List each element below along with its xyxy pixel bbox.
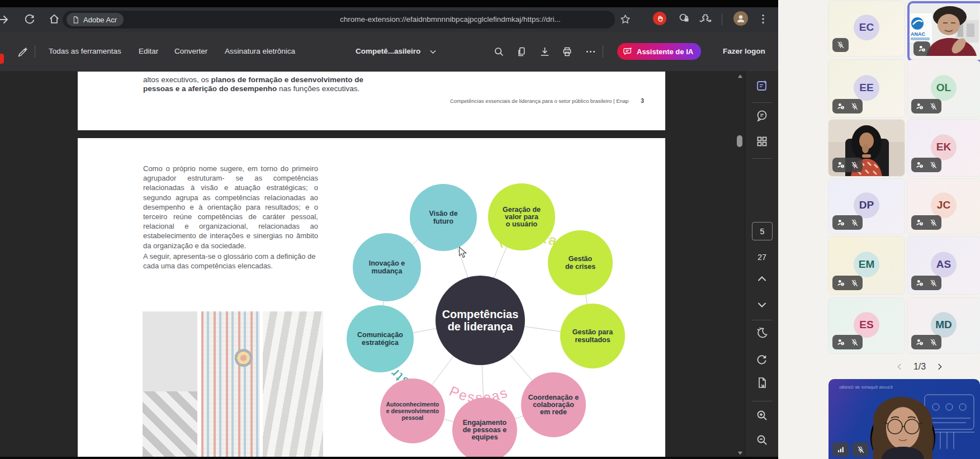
page-grid-icon[interactable] [755, 135, 769, 148]
page1-paragraph: altos executivos, os planos de formação … [143, 75, 456, 93]
window-bottom-strip [0, 457, 778, 459]
acrobat-logo[interactable] [0, 54, 4, 64]
person-alert-icon [836, 160, 845, 169]
avatar: EM [854, 252, 879, 277]
signal-bars-icon [836, 445, 845, 454]
forward-icon[interactable] [0, 13, 10, 26]
zoom-in-icon[interactable] [755, 409, 769, 422]
scroll-down-arrow[interactable] [736, 449, 744, 457]
status-badge [832, 215, 863, 230]
mic-off-icon [850, 219, 859, 227]
browser-menu-icon[interactable] [757, 13, 769, 25]
toolbar-divider [35, 45, 35, 58]
participant-tile[interactable]: AS [907, 236, 980, 294]
scroll-up-arrow[interactable] [736, 73, 744, 81]
profile-avatar[interactable] [733, 11, 748, 26]
bookmark-star-icon[interactable] [619, 13, 631, 25]
mic-off-icon [850, 161, 859, 169]
extensions-puzzle-icon[interactable] [699, 12, 712, 25]
participant-tile[interactable]: EK [907, 120, 980, 176]
toolbar-divider [603, 45, 603, 58]
reload-icon[interactable] [23, 13, 36, 25]
pdf-page-current: Como o próprio nome sugere, em torno do … [78, 138, 665, 457]
next-page-icon[interactable] [755, 298, 769, 311]
page-next-icon[interactable] [935, 362, 945, 372]
svg-text:Competênciasde liderança: Competênciasde liderança [442, 308, 519, 333]
current-page-input[interactable]: 5 [752, 222, 773, 240]
mic-off-icon [850, 102, 859, 111]
menu-convert[interactable]: Converter [174, 32, 207, 71]
url-text: chrome-extension://efaidnbmnnnibpcajpcgl… [340, 11, 561, 29]
status-badge [911, 158, 941, 172]
mic-off-icon [929, 102, 938, 111]
status-badge [832, 158, 863, 172]
print-icon[interactable] [561, 46, 573, 58]
presenter-video-tile[interactable]: Escola Superior de Gestão [828, 379, 980, 459]
scrollbar-thumb[interactable] [737, 135, 742, 147]
privacy-extension-icon[interactable] [678, 12, 691, 25]
pdf-viewer[interactable]: altos executivos, os planos de formação … [0, 71, 745, 457]
avatar: MD [931, 312, 957, 338]
participant-tile[interactable]: ES [828, 298, 905, 353]
avatar: OL [931, 75, 957, 101]
menu-edit[interactable]: Editar [139, 32, 158, 71]
mic-off-icon [929, 338, 938, 347]
more-options-icon[interactable] [585, 46, 596, 58]
ai-assistant-button[interactable]: Assistente de IA [617, 43, 701, 60]
status-badge [911, 276, 941, 290]
home-icon[interactable] [48, 13, 60, 25]
page-prev-icon[interactable] [894, 362, 905, 372]
svg-text:Visão defuturo: Visão defuturo [429, 210, 457, 225]
zoom-out-icon[interactable] [755, 433, 769, 447]
rotate-refresh-icon[interactable] [755, 353, 768, 366]
menu-all-tools[interactable]: Todas as ferramentas [49, 32, 121, 71]
previous-page-icon[interactable] [755, 272, 769, 286]
participant-tile[interactable]: EE [828, 60, 905, 117]
download-icon[interactable] [539, 46, 551, 58]
page-thumbnails-icon[interactable] [515, 46, 527, 58]
diagram-circles: Visão defuturo Geração devalor parao usu… [347, 183, 625, 457]
document-title[interactable]: Competê...asileiro [356, 32, 420, 71]
theme-icon[interactable] [755, 326, 769, 339]
total-pages-label: 27 [745, 253, 779, 262]
login-button[interactable]: Fazer logon [723, 32, 765, 71]
body-paragraph: Como o próprio nome sugere, em torno do … [143, 164, 318, 250]
ai-assistant-panel-icon[interactable] [755, 79, 769, 92]
toolbar-divider [722, 14, 722, 25]
pdf-page-previous: altos executivos, os planos de formação … [78, 72, 665, 130]
address-bar[interactable]: Adobe Acr chrome-extension://efaidnbmnnn… [63, 11, 615, 29]
svg-text:Comunicaçãoestratégica: Comunicaçãoestratégica [357, 331, 403, 347]
rail-divider [752, 401, 772, 401]
person-alert-icon [915, 102, 924, 111]
comments-icon[interactable] [755, 109, 769, 122]
adblock-extension-icon[interactable] [653, 12, 666, 25]
participant-tile[interactable]: EC [828, 1, 905, 56]
participant-tile[interactable]: OL [907, 60, 980, 117]
mic-off-icon [836, 41, 845, 49]
export-page-icon[interactable] [755, 376, 769, 390]
menu-esign[interactable]: Assinatura eletrônica [225, 32, 295, 71]
tools-icon[interactable] [17, 46, 29, 58]
mic-off-icon [850, 338, 859, 347]
page-indicator: 1/3 [913, 362, 926, 372]
person-alert-icon [917, 44, 926, 53]
browser-window: Adobe Acr chrome-extension://efaidnbmnnn… [0, 0, 778, 459]
site-chip[interactable]: Adobe Acr [67, 13, 124, 26]
status-badge [832, 276, 863, 290]
participant-tile[interactable]: EM [828, 236, 905, 294]
active-speaker-tile[interactable]: ANAC [907, 1, 980, 62]
meeting-window: EC ANAC EE OL [778, 0, 980, 459]
acrobat-toolbar: Todas as ferramentas Editar Converter As… [0, 32, 778, 72]
window-top-strip [0, 0, 778, 7]
participant-tile[interactable]: MD [907, 298, 980, 353]
mic-off-icon [929, 279, 938, 287]
chevron-down-icon[interactable] [428, 47, 438, 56]
avatar: DP [854, 192, 879, 218]
participant-tile[interactable]: JC [907, 179, 980, 234]
search-icon[interactable] [493, 46, 505, 58]
participant-video-tile[interactable] [828, 120, 905, 176]
leadership-competencies-diagram: Estratégia Resultados Pessoas Visão defu… [313, 162, 671, 457]
page1-footer: Competências essenciais de liderança par… [450, 98, 644, 104]
participant-tile[interactable]: DP [828, 179, 905, 234]
status-badge [832, 38, 849, 52]
